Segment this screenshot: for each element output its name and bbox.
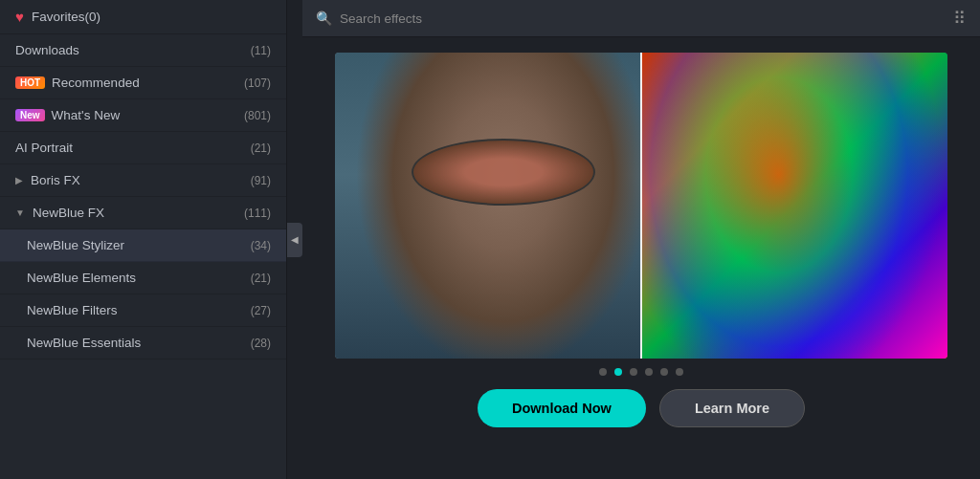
sidebar: ♥ Favorites (0) Downloads (11) HOT Recom… xyxy=(0,0,287,479)
dot-6[interactable] xyxy=(676,368,683,376)
sidebar-item-count: (28) xyxy=(251,337,271,350)
sidebar-item-boris-fx[interactable]: ▶ Boris FX (91) xyxy=(0,164,286,197)
new-badge: New xyxy=(15,109,45,121)
dot-1[interactable] xyxy=(599,368,607,376)
sidebar-item-count: (21) xyxy=(251,272,271,285)
sidebar-collapse-button[interactable]: ◀ xyxy=(287,223,302,257)
sidebar-item-label: AI Portrait xyxy=(15,141,245,155)
sidebar-item-count: (21) xyxy=(251,142,271,155)
preview-right-panel xyxy=(641,53,947,359)
preview-area: Download Now Learn More xyxy=(302,37,980,479)
sidebar-item-downloads[interactable]: Downloads (11) xyxy=(0,34,286,67)
dot-3[interactable] xyxy=(630,368,637,376)
chevron-down-icon: ▼ xyxy=(15,207,25,218)
sidebar-item-count: (801) xyxy=(244,109,271,122)
sidebar-item-count: (111) xyxy=(244,207,271,220)
dot-4[interactable] xyxy=(645,368,653,376)
sidebar-item-newblue-elements[interactable]: NewBlue Elements (21) xyxy=(0,262,286,294)
sidebar-item-label: NewBlue FX xyxy=(33,206,238,220)
sidebar-item-label: Boris FX xyxy=(31,173,245,187)
sidebar-item-label: NewBlue Elements xyxy=(27,271,245,285)
search-icon: 🔍 xyxy=(316,11,332,26)
sidebar-item-whats-new[interactable]: New What's New (801) xyxy=(0,99,286,132)
sidebar-item-count: (0) xyxy=(84,10,100,24)
sidebar-item-ai-portrait[interactable]: AI Portrait (21) xyxy=(0,132,286,164)
chevron-right-icon: ▶ xyxy=(15,175,23,185)
sunglasses-overlay xyxy=(412,139,595,206)
sidebar-item-label: NewBlue Stylizer xyxy=(27,238,245,252)
split-divider xyxy=(640,53,642,359)
search-bar: 🔍 ⠿ xyxy=(302,0,980,37)
sidebar-item-favorites[interactable]: ♥ Favorites (0) xyxy=(0,0,286,34)
main-panel: 🔍 ⠿ Download Now Learn More xyxy=(302,0,980,479)
sidebar-item-label: Favorites xyxy=(32,10,85,24)
action-buttons: Download Now Learn More xyxy=(478,389,805,427)
dot-5[interactable] xyxy=(660,368,668,376)
sidebar-item-newblue-essentials[interactable]: NewBlue Essentials (28) xyxy=(0,327,286,359)
heart-icon: ♥ xyxy=(15,9,24,25)
dot-indicators xyxy=(599,368,683,376)
sidebar-item-count: (107) xyxy=(244,76,271,90)
sidebar-item-label: NewBlue Essentials xyxy=(27,336,245,350)
sidebar-item-label: NewBlue Filters xyxy=(27,303,245,317)
sidebar-item-count: (34) xyxy=(251,239,271,252)
face-right-overlay xyxy=(641,53,947,359)
sidebar-item-count: (11) xyxy=(251,44,271,57)
sidebar-item-newblue-fx[interactable]: ▼ NewBlue FX (111) xyxy=(0,197,286,229)
sidebar-item-recommended[interactable]: HOT Recommended (107) xyxy=(0,67,286,99)
sidebar-item-newblue-stylizer[interactable]: NewBlue Stylizer (34) xyxy=(0,229,286,262)
download-now-button[interactable]: Download Now xyxy=(478,389,646,427)
face-left-overlay xyxy=(335,53,641,359)
sidebar-item-label: Downloads xyxy=(15,43,245,57)
sidebar-item-label: What's New xyxy=(52,108,238,122)
learn-more-button[interactable]: Learn More xyxy=(659,389,805,427)
sidebar-item-newblue-filters[interactable]: NewBlue Filters (27) xyxy=(0,294,286,327)
dot-2[interactable] xyxy=(614,368,622,376)
hot-badge: HOT xyxy=(15,76,45,89)
preview-left-panel xyxy=(335,53,641,359)
sidebar-item-count: (91) xyxy=(251,174,271,187)
sidebar-item-count: (27) xyxy=(251,304,271,317)
grid-view-icon[interactable]: ⠿ xyxy=(953,8,967,29)
search-input[interactable] xyxy=(340,11,953,26)
sidebar-item-label: Recommended xyxy=(52,76,238,90)
preview-image xyxy=(335,53,947,359)
